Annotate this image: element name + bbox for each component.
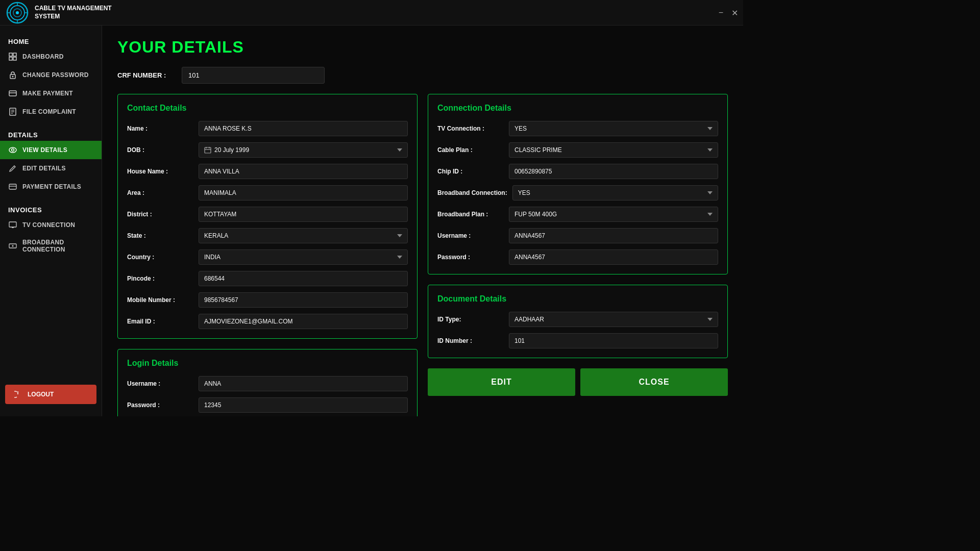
power-icon (13, 390, 22, 399)
connection-details-card: Connection Details TV Connection : YES N… (428, 94, 728, 274)
svg-point-3 (16, 11, 19, 14)
mobile-input[interactable] (199, 292, 408, 308)
login-details-title: Login Details (127, 359, 408, 368)
login-username-input[interactable] (199, 376, 408, 391)
field-country: Country : INDIA (127, 249, 408, 265)
edit-details-label: EDIT DETAILS (22, 165, 66, 172)
login-password-input[interactable] (199, 397, 408, 413)
svg-point-24 (12, 245, 14, 247)
broadband-plan-select[interactable]: FUP 50M 400G (509, 207, 718, 222)
app-title: CABLE TV MANAGEMENT SYSTEM (35, 5, 112, 20)
conn-username-input[interactable] (509, 228, 718, 243)
sidebar-item-edit-details[interactable]: EDIT DETAILS (0, 159, 102, 178)
sidebar-item-view-details[interactable]: VIEW DETAILS (0, 141, 102, 159)
crf-label: CRF NUMBER : (117, 71, 174, 79)
payment-icon (8, 89, 17, 98)
field-mobile: Mobile Number : (127, 292, 408, 308)
close-window-button[interactable]: ✕ (731, 8, 738, 17)
field-area: Area : (127, 185, 408, 201)
field-conn-username: Username : (437, 228, 718, 243)
field-dob: DOB : 20 July 1999 (127, 142, 408, 158)
svg-rect-4 (9, 53, 12, 56)
sidebar-item-broadband-connection[interactable]: BROADBAND CONNECTION (0, 234, 102, 258)
field-broadband-plan: Broadband Plan : FUP 50M 400G (437, 207, 718, 222)
field-tv-connection: TV Connection : YES NO (437, 121, 718, 136)
sidebar-item-dashboard[interactable]: DASHBOARD (0, 47, 102, 66)
svg-rect-26 (205, 147, 211, 153)
area-input[interactable] (199, 185, 408, 201)
home-section-title: HOME (0, 34, 102, 47)
edit-button[interactable]: EDIT (428, 368, 575, 396)
email-input[interactable] (199, 314, 408, 329)
sidebar-item-tv-connection[interactable]: TV CONNECTION (0, 216, 102, 234)
tv-icon (8, 220, 17, 230)
svg-rect-10 (9, 91, 16, 96)
main-content: YOUR DETAILS CRF NUMBER : Contact Detail… (102, 26, 743, 416)
broadband-connection-select[interactable]: YES NO (512, 185, 718, 201)
connection-details-title: Connection Details (437, 104, 718, 113)
tv-connection-select[interactable]: YES NO (509, 121, 718, 136)
lock-icon (8, 70, 17, 80)
dob-input[interactable]: 20 July 1999 (199, 142, 408, 158)
field-state: State : KERALA (127, 228, 408, 243)
left-section: Contact Details Name : DOB : 20 July 199… (117, 94, 418, 416)
id-type-select[interactable]: AADHAAR (509, 312, 718, 327)
svg-rect-18 (9, 184, 16, 189)
payment-details-label: PAYMENT DETAILS (22, 183, 81, 190)
country-select[interactable]: INDIA (199, 249, 408, 265)
broadband-connection-label: BROADBAND CONNECTION (22, 239, 93, 253)
sidebar-item-file-complaint[interactable]: FILE COMPLAINT (0, 103, 102, 121)
sidebar-item-payment-details[interactable]: PAYMENT DETAILS (0, 178, 102, 196)
document-details-title: Document Details (437, 294, 718, 304)
house-name-input[interactable] (199, 164, 408, 179)
payment-details-icon (8, 182, 17, 191)
page-title: YOUR DETAILS (117, 38, 728, 57)
document-details-card: Document Details ID Type: AADHAAR ID Num… (428, 285, 728, 358)
svg-rect-6 (9, 57, 12, 60)
eye-icon (8, 145, 17, 155)
sidebar-item-make-payment[interactable]: MAKE PAYMENT (0, 84, 102, 103)
titlebar: CABLE TV MANAGEMENT SYSTEM − ✕ (0, 0, 743, 26)
cable-plan-select[interactable]: CLASSIC PRIME (509, 142, 718, 158)
tv-connection-label: TV CONNECTION (22, 221, 75, 229)
svg-point-17 (12, 149, 14, 152)
make-payment-label: MAKE PAYMENT (22, 90, 73, 97)
state-select[interactable]: KERALA (199, 228, 408, 243)
view-details-label: VIEW DETAILS (22, 146, 67, 154)
field-email: Email ID : (127, 314, 408, 329)
complaint-icon (8, 107, 17, 116)
contact-details-title: Contact Details (127, 104, 408, 113)
field-login-username: Username : (127, 376, 408, 391)
minimize-button[interactable]: − (719, 8, 723, 17)
file-complaint-label: FILE COMPLAINT (22, 108, 76, 115)
svg-rect-7 (13, 57, 16, 60)
id-number-input[interactable] (509, 333, 718, 348)
name-input[interactable] (199, 121, 408, 136)
dashboard-label: DASHBOARD (22, 53, 64, 60)
action-buttons: EDIT CLOSE (428, 368, 728, 396)
right-section: Connection Details TV Connection : YES N… (428, 94, 728, 416)
crf-input[interactable] (182, 67, 325, 84)
close-button[interactable]: CLOSE (580, 368, 728, 396)
district-input[interactable] (199, 207, 408, 222)
field-chip-id: Chip ID : (437, 164, 718, 179)
contact-details-card: Contact Details Name : DOB : 20 July 199… (117, 94, 418, 339)
app-layout: HOME DASHBOARD CHANGE PASSWORD MAKE PAYM… (0, 26, 743, 416)
field-id-number: ID Number : (437, 333, 718, 348)
app-logo (6, 2, 29, 24)
field-conn-password: Password : (437, 249, 718, 265)
sidebar-item-change-password[interactable]: CHANGE PASSWORD (0, 66, 102, 84)
svg-rect-5 (13, 53, 16, 56)
logout-button[interactable]: LOGOUT (5, 385, 96, 404)
grid-icon (8, 52, 17, 61)
sidebar: HOME DASHBOARD CHANGE PASSWORD MAKE PAYM… (0, 26, 102, 416)
field-id-type: ID Type: AADHAAR (437, 312, 718, 327)
field-district: District : (127, 207, 408, 222)
broadband-icon (8, 241, 17, 251)
field-pincode: Pincode : (127, 271, 408, 286)
pincode-input[interactable] (199, 271, 408, 286)
window-controls: − ✕ (719, 8, 738, 17)
change-password-label: CHANGE PASSWORD (22, 71, 89, 79)
conn-password-input[interactable] (509, 249, 718, 265)
chip-id-input[interactable] (509, 164, 718, 179)
